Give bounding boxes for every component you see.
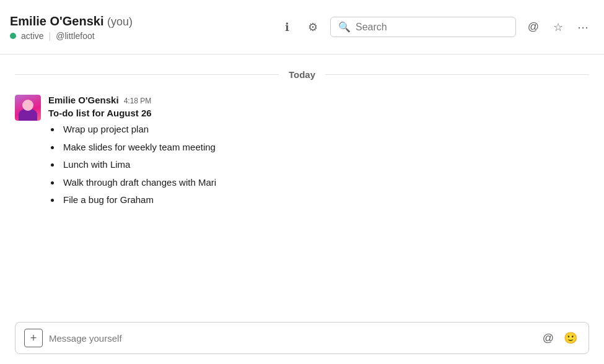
message-body: Emilie O'Genski 4:18 PM To-do list for A… (48, 95, 589, 209)
star-button[interactable]: ☆ (547, 16, 569, 38)
list-item: Lunch with Lima (61, 156, 589, 174)
status-divider: | (49, 31, 51, 41)
message-content: Today Emilie O'Genski 4:18 PM To-do list… (0, 54, 604, 316)
status-text: active (21, 31, 44, 41)
avatar-image (15, 95, 41, 121)
message-input[interactable] (49, 333, 534, 344)
more-button[interactable]: ⋯ (572, 16, 594, 38)
message-title: To-do list for August 26 (48, 108, 589, 118)
search-bar: 🔍 (330, 17, 516, 37)
message-list: Wrap up project plan Make slides for wee… (48, 121, 589, 209)
message-author: Emilie O'Genski (48, 95, 119, 105)
header-icons: ℹ ⚙ (276, 16, 324, 38)
settings-button[interactable]: ⚙ (302, 16, 324, 38)
message-header: Emilie O'Genski 4:18 PM (48, 95, 589, 105)
at-button[interactable]: @ (522, 16, 545, 38)
more-icon: ⋯ (577, 20, 589, 34)
info-icon: ℹ (285, 20, 289, 34)
you-label: (you) (107, 15, 133, 28)
list-item: File a bug for Graham (61, 191, 589, 209)
header-status: active | @littlefoot (10, 31, 276, 41)
divider-line-right (325, 74, 589, 75)
status-dot-icon (10, 33, 16, 39)
header-right-icons: @ ☆ ⋯ (522, 16, 594, 38)
list-item: Make slides for weekly team meeting (61, 139, 589, 157)
at-mention-icon: @ (543, 332, 554, 344)
message-input-box: + @ 🙂 (15, 322, 589, 354)
user-handle: @littlefoot (56, 31, 94, 41)
date-divider: Today (0, 64, 604, 90)
header-left: Emilie O'Genski (you) active | @littlefo… (10, 13, 276, 41)
message-time: 4:18 PM (124, 97, 152, 105)
list-item: Wrap up project plan (61, 121, 589, 139)
emoji-icon: 🙂 (564, 332, 577, 344)
at-icon: @ (528, 20, 539, 33)
info-button[interactable]: ℹ (276, 16, 298, 38)
add-icon: + (30, 332, 37, 345)
message-group: Emilie O'Genski 4:18 PM To-do list for A… (0, 90, 604, 214)
search-icon: 🔍 (338, 21, 351, 33)
search-input[interactable] (356, 22, 508, 33)
date-label: Today (279, 69, 325, 80)
header: Emilie O'Genski (you) active | @littlefo… (0, 0, 604, 54)
add-button[interactable]: + (24, 329, 43, 347)
emoji-button[interactable]: 🙂 (561, 329, 580, 347)
at-mention-button[interactable]: @ (540, 329, 556, 347)
list-item: Walk through draft changes with Mari (61, 174, 589, 192)
settings-icon: ⚙ (308, 20, 318, 34)
avatar (15, 95, 41, 121)
user-name: Emilie O'Genski (10, 14, 103, 28)
star-icon: ☆ (553, 20, 563, 34)
divider-line-left (15, 74, 279, 75)
header-title: Emilie O'Genski (you) (10, 13, 276, 29)
input-right-icons: @ 🙂 (540, 329, 580, 347)
message-input-area: + @ 🙂 (0, 316, 604, 364)
